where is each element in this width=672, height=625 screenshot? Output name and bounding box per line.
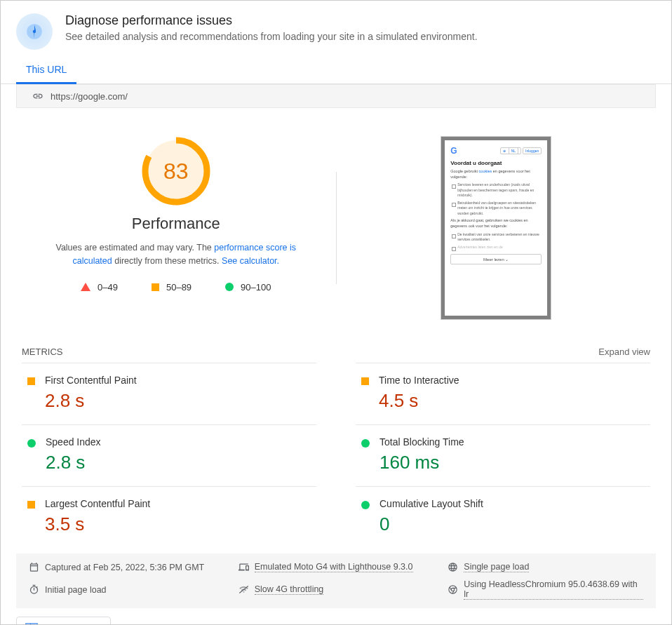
- header: Diagnose performance issues See detailed…: [1, 1, 671, 57]
- treemap-icon: [25, 623, 38, 626]
- metric-value: 2.8 s: [45, 390, 137, 412]
- device-icon: [238, 562, 249, 572]
- metric-item: First Contentful Paint 2.8 s: [22, 363, 316, 424]
- calendar-icon: [29, 562, 39, 572]
- chrome-icon: [448, 584, 458, 595]
- environment-info: Captured at Feb 25, 2022, 5:36 PM GMT Em…: [16, 553, 656, 608]
- pass-circle-icon: [27, 439, 36, 448]
- svg-point-1: [33, 30, 36, 33]
- metric-value: 0: [379, 513, 483, 535]
- pass-circle-icon: [225, 283, 234, 291]
- metric-item: Cumulative Layout Shift 0: [356, 486, 650, 548]
- url-text: https://google.com/: [51, 91, 128, 102]
- globe-icon: [448, 562, 458, 572]
- page-subtitle: See detailed analysis and recommendation…: [65, 31, 478, 42]
- page-screenshot: G ⊕ NLInloggen Voordat u doorgaat Google…: [441, 136, 551, 320]
- score-value: 83: [141, 136, 211, 206]
- google-logo: G: [450, 146, 457, 156]
- diagnose-icon: [16, 13, 53, 50]
- average-square-icon: [152, 283, 159, 291]
- view-treemap-button[interactable]: View Treemap: [16, 617, 111, 625]
- metric-name: Time to Interactive: [379, 375, 459, 386]
- metrics-grid: First Contentful Paint 2.8 s Time to Int…: [1, 363, 671, 548]
- pass-circle-icon: [361, 501, 370, 509]
- url-bar: https://google.com/: [16, 84, 656, 108]
- metric-name: Cumulative Layout Shift: [379, 498, 483, 509]
- metric-name: Largest Contentful Paint: [45, 498, 150, 509]
- score-gauge: 83: [141, 136, 211, 206]
- fail-triangle-icon: [81, 283, 90, 291]
- page-title: Diagnose performance issues: [65, 13, 478, 28]
- metric-item: Speed Index 2.8 s: [22, 424, 316, 486]
- metric-value: 2.8 s: [46, 452, 101, 473]
- score-legend: 0–49 50–89 90–100: [16, 282, 336, 293]
- metric-name: Total Blocking Time: [379, 436, 464, 448]
- timer-icon: [29, 584, 39, 595]
- score-title: Performance: [16, 215, 336, 233]
- score-description: Values are estimated and may vary. The p…: [36, 241, 316, 268]
- pass-circle-icon: [361, 439, 370, 448]
- metric-item: Largest Contentful Paint 3.5 s: [22, 486, 316, 548]
- link-icon: [32, 90, 43, 102]
- metric-name: First Contentful Paint: [45, 375, 137, 386]
- network-icon: [238, 584, 249, 595]
- metric-item: Time to Interactive 4.5 s: [356, 363, 650, 424]
- expand-view-button[interactable]: Expand view: [598, 347, 650, 357]
- tab-this-url[interactable]: This URL: [16, 57, 76, 83]
- metric-value: 4.5 s: [379, 390, 459, 412]
- metrics-heading: METRICS: [22, 347, 63, 357]
- metric-value: 160 ms: [379, 452, 464, 473]
- metric-value: 3.5 s: [45, 513, 150, 535]
- calculator-link[interactable]: See calculator.: [222, 256, 279, 266]
- metric-name: Speed Index: [46, 436, 101, 448]
- tabs: This URL: [1, 57, 671, 84]
- average-square-icon: [27, 377, 35, 385]
- average-square-icon: [361, 377, 369, 385]
- metric-item: Total Blocking Time 160 ms: [356, 424, 650, 486]
- average-square-icon: [27, 501, 35, 509]
